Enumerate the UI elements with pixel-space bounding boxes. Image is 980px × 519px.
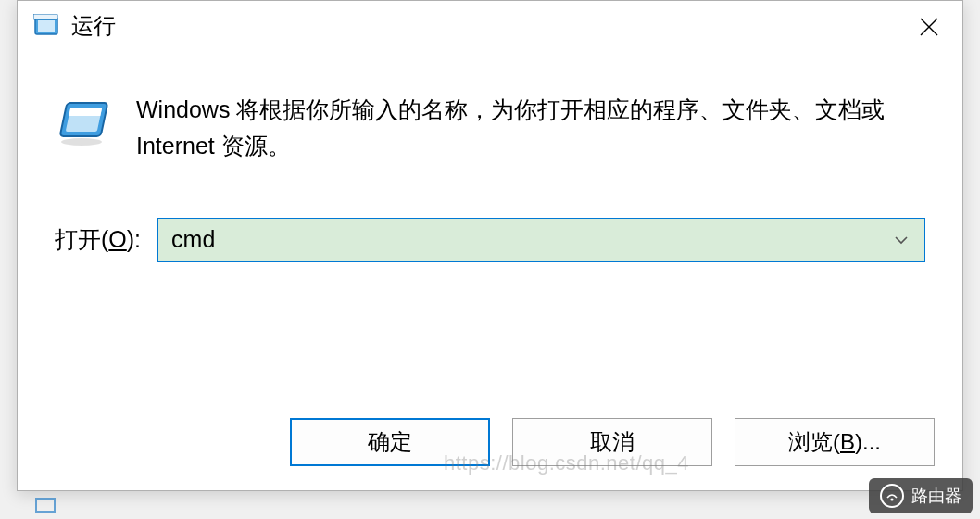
- dialog-body: Windows 将根据你所输入的名称，为你打开相应的程序、文件夹、文档或 Int…: [18, 51, 962, 262]
- combobox-dropdown-button[interactable]: [887, 235, 915, 245]
- description-text: Windows 将根据你所输入的名称，为你打开相应的程序、文件夹、文档或 Int…: [136, 92, 925, 164]
- background-strip-icon: [35, 496, 56, 514]
- cancel-button[interactable]: 取消: [512, 418, 712, 466]
- svg-rect-7: [69, 108, 102, 116]
- titlebar[interactable]: 运行: [18, 1, 962, 51]
- open-input[interactable]: [171, 226, 887, 253]
- open-label: 打开(O):: [55, 224, 141, 255]
- router-icon: [880, 484, 904, 508]
- svg-rect-1: [38, 20, 55, 32]
- cancel-button-label: 取消: [590, 427, 634, 457]
- open-label-suffix: ):: [127, 226, 141, 252]
- open-input-row: 打开(O):: [55, 218, 925, 262]
- description-row: Windows 将根据你所输入的名称，为你打开相应的程序、文件夹、文档或 Int…: [55, 92, 925, 164]
- run-app-icon: [55, 94, 114, 149]
- svg-rect-9: [36, 499, 55, 512]
- open-label-hotkey: O: [108, 226, 126, 252]
- run-titlebar-icon: [32, 13, 62, 39]
- close-icon: [919, 17, 939, 37]
- button-row: 确定 取消 浏览(B)...: [290, 418, 935, 466]
- ok-button[interactable]: 确定: [290, 418, 490, 466]
- svg-point-8: [61, 138, 102, 146]
- footer-badge: 路由器: [869, 478, 973, 513]
- footer-badge-text: 路由器: [911, 485, 961, 507]
- open-combobox[interactable]: [157, 218, 925, 262]
- browse-button[interactable]: 浏览(B)...: [735, 418, 935, 466]
- dialog-title: 运行: [71, 11, 116, 41]
- close-button[interactable]: [909, 10, 949, 44]
- svg-rect-2: [33, 14, 57, 19]
- browse-button-label: 浏览(B)...: [788, 427, 881, 457]
- chevron-down-icon: [894, 235, 909, 245]
- svg-point-10: [890, 498, 893, 500]
- ok-button-label: 确定: [368, 427, 412, 457]
- run-dialog: 运行 Windows 将根据你所输入的名称，为你打开相应的程序、文件夹、: [17, 0, 963, 491]
- background-strip: [17, 491, 963, 519]
- open-label-prefix: 打开(: [55, 226, 108, 252]
